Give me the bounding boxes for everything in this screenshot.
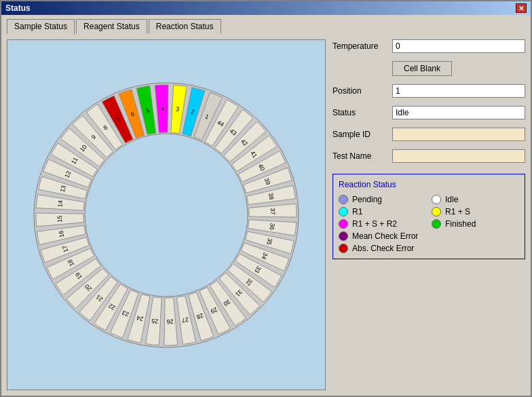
svg-text:36: 36 <box>269 223 276 230</box>
idle-icon <box>432 195 441 204</box>
svg-text:16: 16 <box>58 230 66 238</box>
ring-container: 1234567891011121314151617181920212223242… <box>24 59 309 371</box>
abs-check-label: Abs. Check Error <box>352 244 414 253</box>
position-input[interactable] <box>392 84 525 98</box>
reaction-status-legend: Reaction Status Pending Idle R1 <box>332 174 525 259</box>
svg-text:37: 37 <box>269 208 276 214</box>
svg-text:38: 38 <box>267 192 276 200</box>
r1sr2-icon <box>339 219 348 229</box>
temperature-row: Temperature <box>332 39 525 53</box>
r1s-label: R1 + S <box>445 207 470 216</box>
legend-abs-check: Abs. Check Error <box>339 244 519 253</box>
position-label: Position <box>332 86 387 96</box>
tab-reagent-status[interactable]: Reagent Status <box>76 19 147 34</box>
svg-text:14: 14 <box>56 200 64 207</box>
finished-icon <box>432 219 441 229</box>
tab-reaction-status[interactable]: Reaction Status <box>149 19 221 34</box>
svg-text:25: 25 <box>151 317 159 324</box>
position-row: Position <box>332 84 525 98</box>
legend-pending: Pending <box>339 195 426 204</box>
status-row: Status <box>332 106 525 119</box>
r1sr2-label: R1 + S + R2 <box>352 219 397 229</box>
pending-icon <box>339 195 348 204</box>
mean-check-label: Mean Check Error <box>352 231 418 241</box>
sample-id-input[interactable] <box>392 128 525 141</box>
tabs-bar: Sample Status Reagent Status Reaction St… <box>1 15 531 34</box>
test-name-row: Test Name <box>332 149 525 163</box>
temperature-label: Temperature <box>332 41 387 51</box>
legend-finished: Finished <box>432 219 519 229</box>
mean-check-icon <box>339 231 348 241</box>
svg-text:15: 15 <box>56 215 63 222</box>
window-title: Status <box>5 3 31 13</box>
r1s-icon <box>432 207 441 216</box>
reaction-ring-svg: 1234567891011121314151617181920212223242… <box>24 59 309 371</box>
sample-id-label: Sample ID <box>332 130 387 139</box>
r1-label: R1 <box>352 207 362 216</box>
finished-label: Finished <box>445 219 476 229</box>
main-window: Status ✕ Sample Status Reagent Status Re… <box>0 0 532 397</box>
reaction-status-title: Reaction Status <box>339 180 519 189</box>
tab-sample-status[interactable]: Sample Status <box>7 19 75 34</box>
svg-text:26: 26 <box>166 318 173 324</box>
ring-panel: 1234567891011121314151617181920212223242… <box>7 39 326 390</box>
idle-label: Idle <box>445 195 458 204</box>
r1-icon <box>339 207 348 216</box>
legend-r1: R1 <box>339 207 426 216</box>
legend-mean-check: Mean Check Error <box>339 231 519 241</box>
pending-label: Pending <box>352 195 382 204</box>
svg-text:3: 3 <box>176 105 180 112</box>
sample-id-row: Sample ID <box>332 128 525 141</box>
legend-r1s: R1 + S <box>432 207 519 216</box>
title-bar: Status ✕ <box>1 1 531 15</box>
abs-check-icon <box>339 244 348 253</box>
right-panel: Temperature Cell Blank Position Status S… <box>332 39 525 390</box>
svg-text:4: 4 <box>161 105 164 112</box>
svg-text:27: 27 <box>181 316 189 324</box>
status-input[interactable] <box>392 106 525 119</box>
cell-blank-row: Cell Blank <box>332 61 525 76</box>
temperature-input[interactable] <box>392 39 525 53</box>
test-name-label: Test Name <box>332 151 387 161</box>
status-label: Status <box>332 108 387 117</box>
test-name-input[interactable] <box>392 149 525 163</box>
svg-point-1 <box>85 134 248 297</box>
close-button[interactable]: ✕ <box>516 3 527 13</box>
legend-r1sr2: R1 + S + R2 <box>339 219 426 229</box>
legend-grid: Pending Idle R1 R1 + S <box>339 195 519 253</box>
legend-idle: Idle <box>432 195 519 204</box>
content-area: 1234567891011121314151617181920212223242… <box>1 34 531 396</box>
cell-blank-button[interactable]: Cell Blank <box>392 61 452 76</box>
